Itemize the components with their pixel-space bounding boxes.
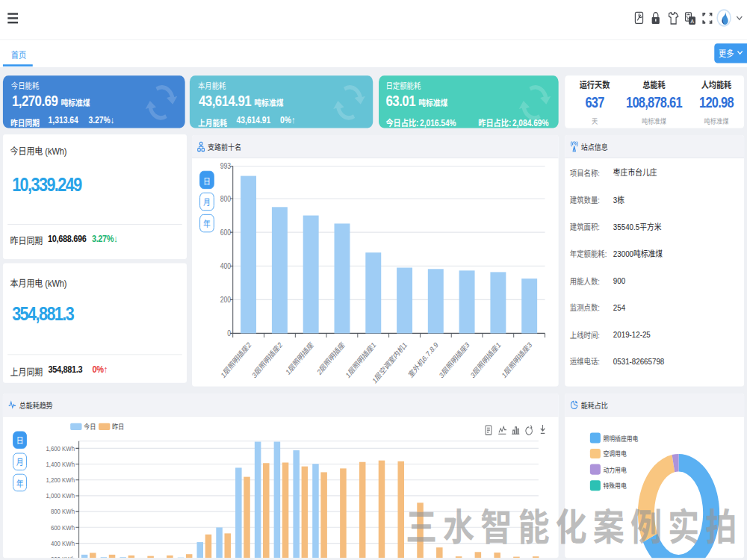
svg-text:1,600 KWh: 1,600 KWh xyxy=(46,444,75,452)
svg-text:800: 800 xyxy=(220,194,231,203)
svg-text:3层照明插座1: 3层照明插座1 xyxy=(469,340,502,380)
svg-text:3层照明插座2: 3层照明插座2 xyxy=(250,340,283,380)
svg-text:1,200 KWh: 1,200 KWh xyxy=(46,476,75,484)
svg-text:200: 200 xyxy=(220,295,231,304)
svg-text:400: 400 xyxy=(220,261,231,270)
svg-text:A: A xyxy=(691,17,695,25)
svg-text:200 KWh: 200 KWh xyxy=(51,555,75,558)
svg-text:1层照明插座3: 1层照明插座3 xyxy=(500,340,533,380)
svg-text:993: 993 xyxy=(220,162,231,171)
svg-text:400 KWh: 400 KWh xyxy=(51,539,75,547)
svg-text:2层照明插座: 2层照明插座 xyxy=(315,340,346,376)
svg-text:600 KWh: 600 KWh xyxy=(51,523,75,532)
svg-text:1层照明插座1: 1层照明插座1 xyxy=(344,340,377,380)
svg-text:室外机6.7.8.9: 室外机6.7.8.9 xyxy=(407,340,440,380)
svg-text:1层照明插座2: 1层照明插座2 xyxy=(220,340,252,380)
svg-text:3层照明插座3: 3层照明插座3 xyxy=(438,340,471,380)
svg-text:800 KWh: 800 KWh xyxy=(51,508,75,516)
svg-text:昨日: 昨日 xyxy=(112,423,124,431)
svg-text:1,000 KWh: 1,000 KWh xyxy=(46,492,75,500)
svg-text:600: 600 xyxy=(220,228,231,237)
svg-text:今日: 今日 xyxy=(84,423,96,431)
svg-text:1层照明插座: 1层照明插座 xyxy=(285,340,315,376)
svg-text:1,400 KWh: 1,400 KWh xyxy=(46,460,75,468)
